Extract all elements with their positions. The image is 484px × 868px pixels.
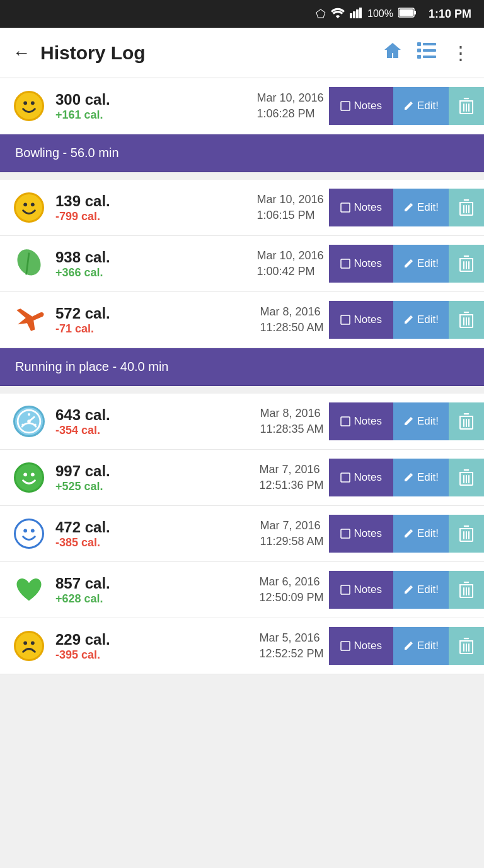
- entry-info-8: 857 cal. +628 cal.: [48, 575, 251, 606]
- entry-icon-4: [10, 301, 48, 339]
- entry-buttons-4: Notes Edit!: [329, 301, 484, 339]
- entry-date-9: Mar 5, 201612:52:52 PM: [259, 630, 323, 662]
- entry-delta-2: -799 cal.: [55, 210, 249, 223]
- table-row: 572 cal. -71 cal. Mar 8, 201611:28:50 AM…: [0, 292, 484, 348]
- battery-icon: [398, 8, 416, 20]
- svg-rect-87: [341, 642, 350, 650]
- delete-button-1[interactable]: [449, 87, 484, 125]
- svg-point-14: [31, 101, 35, 105]
- edit-button-1[interactable]: Edit!: [393, 87, 449, 125]
- svg-point-13: [23, 101, 27, 105]
- delete-button-7[interactable]: [449, 515, 484, 553]
- more-icon[interactable]: ⋮: [451, 42, 471, 64]
- edit-button-8[interactable]: Edit!: [393, 571, 449, 609]
- entry-info-5: 643 cal. -354 cal.: [48, 406, 252, 437]
- back-button[interactable]: ←: [13, 43, 30, 63]
- svg-point-49: [28, 413, 30, 416]
- wifi-icon: [331, 7, 345, 21]
- notes-button-2[interactable]: Notes: [329, 189, 393, 226]
- svg-rect-12: [423, 56, 436, 58]
- svg-rect-8: [423, 43, 436, 45]
- svg-rect-0: [350, 13, 352, 18]
- svg-rect-9: [417, 49, 421, 52]
- svg-point-86: [31, 641, 35, 645]
- svg-rect-11: [417, 55, 421, 59]
- svg-rect-24: [341, 203, 350, 212]
- battery-label: 100%: [367, 8, 393, 20]
- detail-banner-4: Running in place - 40.0 min: [0, 348, 484, 386]
- entry-delta-9: -395 cal.: [55, 648, 251, 662]
- edit-button-3[interactable]: Edit!: [393, 245, 449, 283]
- entry-delta-7: -385 cal.: [55, 536, 252, 549]
- entry-icon-1: [10, 87, 48, 125]
- svg-rect-7: [417, 42, 421, 46]
- section-divider: [0, 172, 484, 180]
- svg-rect-40: [341, 315, 350, 324]
- header-actions: ⋮: [383, 41, 471, 64]
- entry-buttons-6: Notes Edit!: [329, 459, 484, 496]
- notes-button-4[interactable]: Notes: [329, 301, 393, 339]
- edit-button-7[interactable]: Edit!: [393, 515, 449, 553]
- entry-buttons-8: Notes Edit!: [329, 571, 484, 609]
- entry-icon-9: [10, 627, 48, 665]
- entry-calories-3: 938 cal.: [55, 249, 249, 266]
- notes-button-1[interactable]: Notes: [329, 87, 393, 125]
- edit-button-9[interactable]: Edit!: [393, 627, 449, 665]
- entry-info-4: 572 cal. -71 cal.: [48, 305, 252, 336]
- home-icon[interactable]: [383, 41, 402, 64]
- svg-point-60: [23, 472, 27, 476]
- notes-button-3[interactable]: Notes: [329, 245, 393, 283]
- table-row: 997 cal. +525 cal. Mar 7, 201612:51:36 P…: [0, 450, 484, 506]
- entry-date-4: Mar 8, 201611:28:50 AM: [260, 304, 323, 336]
- svg-rect-62: [341, 473, 350, 482]
- svg-point-22: [23, 202, 27, 206]
- edit-button-5[interactable]: Edit!: [393, 402, 449, 440]
- entry-delta-5: -354 cal.: [55, 424, 252, 437]
- entry-calories-6: 997 cal.: [55, 462, 251, 480]
- status-bar: ⬠ 100% 1:10 PM: [0, 0, 484, 28]
- entry-calories-7: 472 cal.: [55, 519, 252, 536]
- delete-button-9[interactable]: [449, 627, 484, 665]
- notes-button-8[interactable]: Notes: [329, 571, 393, 609]
- entry-info-1: 300 cal. +161 cal.: [48, 91, 249, 122]
- delete-button-2[interactable]: [449, 189, 484, 226]
- svg-point-85: [23, 641, 27, 645]
- edit-button-6[interactable]: Edit!: [393, 459, 449, 496]
- table-row: 139 cal. -799 cal. Mar 10, 20161:06:15 P…: [0, 180, 484, 236]
- entry-info-7: 472 cal. -385 cal.: [48, 519, 252, 549]
- svg-rect-78: [341, 585, 350, 594]
- svg-rect-2: [356, 9, 359, 18]
- edit-button-4[interactable]: Edit!: [393, 301, 449, 339]
- notes-button-7[interactable]: Notes: [329, 515, 393, 553]
- entry-info-2: 139 cal. -799 cal.: [48, 192, 249, 223]
- entry-date-5: Mar 8, 201611:28:35 AM: [260, 406, 323, 437]
- delete-button-3[interactable]: [449, 245, 484, 283]
- edit-button-2[interactable]: Edit!: [393, 189, 449, 226]
- svg-point-61: [31, 472, 35, 476]
- svg-rect-1: [353, 11, 355, 18]
- svg-rect-71: [341, 529, 350, 538]
- delete-button-5[interactable]: [449, 402, 484, 440]
- notes-button-5[interactable]: Notes: [329, 402, 393, 440]
- entry-date-7: Mar 7, 201611:29:58 AM: [260, 518, 323, 549]
- detail-banner-1: Bowling - 56.0 min: [0, 134, 484, 172]
- entry-calories-8: 857 cal.: [55, 575, 251, 592]
- entry-delta-6: +525 cal.: [55, 480, 251, 493]
- svg-point-48: [21, 423, 24, 426]
- delete-button-8[interactable]: [449, 571, 484, 609]
- delete-button-4[interactable]: [449, 301, 484, 339]
- notes-button-9[interactable]: Notes: [329, 627, 393, 665]
- entry-calories-1: 300 cal.: [55, 91, 249, 108]
- entry-buttons-1: Notes Edit!: [329, 87, 484, 125]
- delete-button-6[interactable]: [449, 459, 484, 496]
- entry-icon-2: [10, 189, 48, 226]
- entry-delta-4: -71 cal.: [55, 322, 252, 336]
- list-icon[interactable]: [417, 42, 436, 63]
- svg-point-23: [31, 202, 35, 206]
- svg-point-31: [13, 247, 45, 279]
- entry-icon-6: [10, 459, 48, 496]
- notes-button-6[interactable]: Notes: [329, 459, 393, 496]
- entry-icon-8: [10, 571, 48, 609]
- svg-rect-5: [399, 9, 413, 16]
- entry-icon-5: [10, 402, 48, 440]
